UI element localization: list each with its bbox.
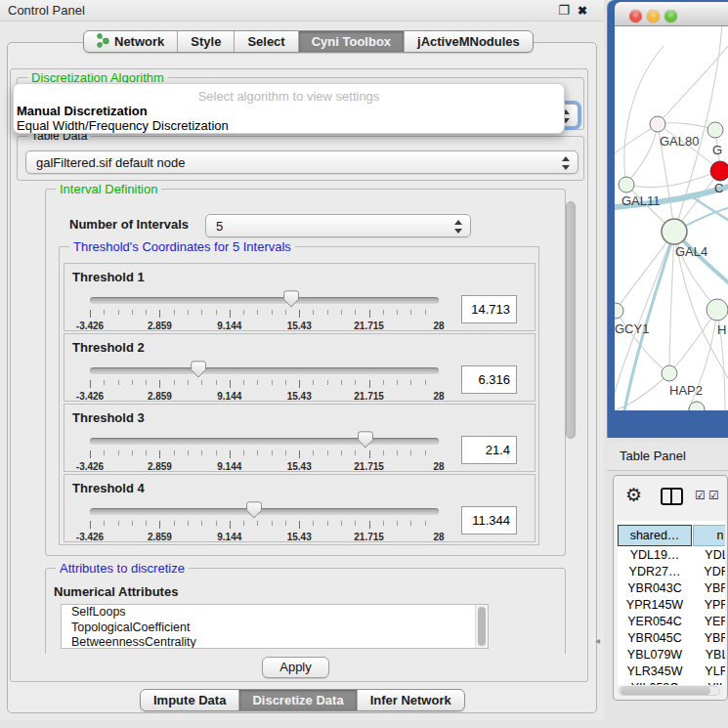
number-of-intervals-combobox[interactable]: 5 bbox=[205, 214, 471, 237]
threshold-label: Threshold 3 bbox=[72, 410, 145, 425]
close-panel-icon[interactable]: ✖ bbox=[576, 4, 589, 18]
table-row[interactable]: YBL079WYBL0 bbox=[618, 647, 725, 664]
slider-tick-label: 28 bbox=[433, 532, 444, 542]
slider-tick-label: 2.859 bbox=[148, 321, 172, 331]
table-row[interactable]: YBR043CYBR0 bbox=[618, 580, 725, 597]
slider-tick-label: 21.715 bbox=[354, 532, 384, 542]
network-node[interactable] bbox=[710, 161, 728, 181]
tab-label: Select bbox=[247, 34, 284, 49]
tab-jactivemnodules[interactable]: jActiveMNodules bbox=[405, 31, 533, 52]
panel-collapse-arrow-icon[interactable]: ◂ bbox=[595, 635, 600, 646]
network-node[interactable] bbox=[707, 299, 728, 321]
slider-tick-label: -3.426 bbox=[76, 532, 104, 542]
network-edges bbox=[615, 26, 728, 410]
algorithm-popup-item[interactable]: Equal Width/Frequency Discretization bbox=[17, 118, 229, 133]
number-of-intervals-label: Number of Intervals bbox=[69, 217, 189, 232]
combobox-value: galFiltered.sif default node bbox=[36, 155, 185, 170]
slider-thumb[interactable] bbox=[358, 431, 373, 449]
tab-discretize-data[interactable]: Discretize Data bbox=[239, 690, 357, 710]
attribute-list-item[interactable]: SelfLoops bbox=[62, 605, 488, 621]
checked-box-icon[interactable]: ☑ bbox=[708, 489, 719, 502]
threshold-value-field[interactable]: 14.713 bbox=[461, 295, 517, 323]
slider-tick-label: 21.715 bbox=[354, 461, 384, 472]
attribute-list-item[interactable]: TopologicalCoefficient bbox=[62, 621, 488, 636]
table-row[interactable]: YER054CYER0 bbox=[618, 614, 725, 630]
table-cell: YLR345W bbox=[618, 664, 692, 680]
apply-button[interactable]: Apply bbox=[262, 657, 329, 678]
slider-track[interactable] bbox=[90, 438, 439, 445]
threshold-value-field[interactable]: 11.344 bbox=[461, 506, 517, 535]
float-window-icon[interactable]: ❐ bbox=[557, 4, 571, 18]
control-panel-titlebar: Control Panel ❐ ✖ bbox=[0, 0, 604, 21]
slider-thumb[interactable] bbox=[283, 290, 299, 308]
table-row[interactable]: YIL052CYIL0 bbox=[618, 680, 725, 685]
combobox-stepper-icon bbox=[562, 155, 571, 171]
table-row[interactable]: YPR145WYPR1 bbox=[618, 597, 725, 614]
slider-thumb[interactable] bbox=[191, 361, 206, 378]
node-attribute-table[interactable]: shared…n YDL19…YDL1YDR27…YDR2YBR043CYBR0… bbox=[618, 521, 725, 685]
table-cell: YDR2 bbox=[693, 564, 725, 580]
network-canvas[interactable]: GAL80GCGAL11GAL4GCY1HHAP2 bbox=[615, 26, 728, 410]
tab-label: Style bbox=[191, 34, 221, 49]
column-header[interactable]: shared… bbox=[618, 525, 692, 546]
slider-track[interactable] bbox=[90, 297, 439, 304]
slider-track[interactable] bbox=[90, 367, 439, 374]
threshold-slider[interactable]: -3.4262.8599.14415.4321.71528 bbox=[90, 291, 439, 326]
network-node[interactable] bbox=[619, 177, 634, 193]
table-horizontal-scrollbar[interactable] bbox=[619, 686, 720, 696]
threshold-value-field[interactable]: 21.4 bbox=[461, 436, 517, 464]
table-row[interactable]: YLR345WYLR3 bbox=[618, 664, 725, 680]
gear-icon[interactable]: ⚙ bbox=[625, 484, 642, 506]
slider-tick-label: 15.43 bbox=[287, 321, 312, 331]
window-minimize-icon[interactable] bbox=[647, 10, 660, 22]
tab-cyni-toolbox[interactable]: Cyni Toolbox bbox=[299, 31, 405, 52]
network-window-titlebar[interactable] bbox=[615, 2, 728, 26]
tab-style[interactable]: Style bbox=[178, 31, 235, 52]
threshold-panel: Threshold 1-3.4262.8599.14415.4321.71528… bbox=[64, 263, 535, 331]
slider-track[interactable] bbox=[90, 508, 439, 515]
table-data-combobox[interactable]: galFiltered.sif default node bbox=[25, 150, 578, 174]
table-row[interactable]: YBR045CYBR0 bbox=[618, 630, 725, 647]
slider-thumb[interactable] bbox=[246, 501, 262, 519]
combobox-stepper-icon bbox=[454, 219, 463, 235]
network-node[interactable] bbox=[650, 116, 665, 132]
threshold-slider[interactable]: -3.4262.8599.14415.4321.71528 bbox=[90, 502, 439, 537]
slider-tick-label: 9.144 bbox=[217, 461, 241, 472]
tab-network[interactable]: Network bbox=[84, 31, 178, 52]
threshold-panel: Threshold 3-3.4262.8599.14415.4321.71528… bbox=[64, 404, 535, 472]
window-close-icon[interactable] bbox=[629, 10, 642, 22]
column-header[interactable]: n bbox=[693, 525, 725, 546]
slider-tick-label: 28 bbox=[433, 461, 444, 472]
tab-label: Cyni Toolbox bbox=[312, 34, 391, 49]
tab-infer-network[interactable]: Infer Network bbox=[358, 690, 464, 710]
interval-definition-group: Interval Definition Number of Intervals … bbox=[45, 189, 566, 556]
network-node[interactable] bbox=[615, 303, 623, 319]
tab-label: jActiveMNodules bbox=[417, 34, 520, 49]
threshold-slider[interactable]: -3.4262.8599.14415.4321.71528 bbox=[90, 432, 439, 467]
list-vertical-scrollbar[interactable] bbox=[475, 605, 488, 648]
threshold-value-field[interactable]: 6.316 bbox=[461, 365, 517, 394]
tab-select[interactable]: Select bbox=[235, 31, 298, 52]
network-nodes[interactable] bbox=[615, 116, 728, 410]
table-header-row: shared…n bbox=[618, 525, 725, 546]
table-row[interactable]: YDL19…YDL1 bbox=[618, 547, 725, 564]
threshold-label: Threshold 2 bbox=[72, 340, 145, 355]
threshold-slider[interactable]: -3.4262.8599.14415.4321.71528 bbox=[90, 362, 439, 397]
network-node[interactable] bbox=[707, 122, 723, 138]
window-zoom-icon[interactable] bbox=[664, 10, 677, 22]
settings-vertical-scrollbar[interactable] bbox=[564, 183, 578, 654]
network-node-label: H bbox=[717, 322, 726, 337]
numerical-attributes-list[interactable]: SelfLoopsTopologicalCoefficientBetweenne… bbox=[61, 604, 489, 649]
table-cell: YBR0 bbox=[693, 580, 725, 597]
threshold-panel: Threshold 2-3.4262.8599.14415.4321.71528… bbox=[64, 333, 535, 402]
checked-box-icon[interactable]: ☑ bbox=[695, 489, 706, 502]
network-node[interactable] bbox=[662, 219, 687, 244]
network-node[interactable] bbox=[662, 365, 677, 381]
columns-icon[interactable] bbox=[661, 488, 683, 505]
tab-impute-data[interactable]: Impute Data bbox=[141, 690, 239, 710]
attribute-list-item[interactable]: BetweennessCentrality bbox=[62, 635, 488, 649]
table-row[interactable]: YDR27…YDR2 bbox=[618, 564, 725, 580]
algorithm-popup-item[interactable]: Manual Discretization bbox=[17, 104, 148, 118]
slider-tick-label: -3.426 bbox=[76, 321, 104, 331]
tab-label: Impute Data bbox=[153, 693, 226, 707]
